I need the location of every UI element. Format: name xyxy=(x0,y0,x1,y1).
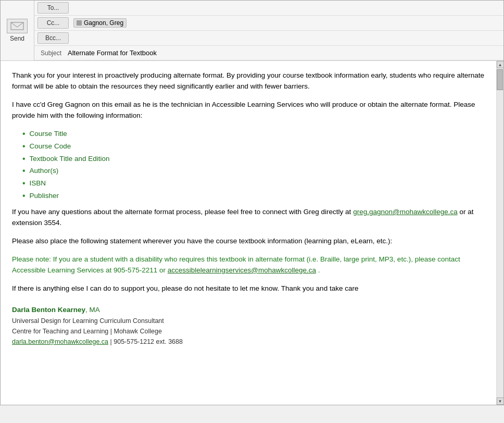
bullet-icon-4: • xyxy=(22,166,26,177)
email-header: Send To... Cc... Gagnon, Greg Bcc... xyxy=(1,1,503,61)
fields-area: To... Cc... Gagnon, Greg Bcc... Subject xyxy=(34,1,503,60)
list-item: • Author(s) xyxy=(22,166,485,177)
bullet-icon-1: • xyxy=(22,129,26,140)
para2-intro: I have cc'd Greg Gagnon on this email as… xyxy=(12,101,475,119)
greg-email-link[interactable]: greg.gagnon@mohawkcollege.ca xyxy=(353,208,458,216)
list-item: • ISBN xyxy=(22,178,485,189)
sig-email-link[interactable]: darla.benton@mohawkcollege.ca xyxy=(12,338,108,345)
send-icon xyxy=(7,19,28,33)
scroll-thumb[interactable] xyxy=(497,69,503,90)
para3-text: If you have any questions about the alte… xyxy=(12,208,351,216)
bullet-text-4: Author(s) xyxy=(30,166,59,177)
scrollbar: ▲ ▼ xyxy=(496,61,503,405)
to-input[interactable] xyxy=(72,2,503,14)
sig-title: Universal Design for Learning Curriculum… xyxy=(12,316,485,326)
bcc-button[interactable]: Bcc... xyxy=(37,32,69,44)
cc-chip[interactable]: Gagnon, Greg xyxy=(73,18,127,28)
paragraph-5: If there is anything else I can do to su… xyxy=(12,283,485,294)
cc-chip-label: Gagnon, Greg xyxy=(84,19,123,27)
scroll-down-arrow[interactable]: ▼ xyxy=(497,397,504,405)
bullet-text-3: Textbook Title and Edition xyxy=(30,154,110,165)
green-notice-end: . xyxy=(318,266,320,274)
paragraph-4: Please also place the following statemen… xyxy=(12,236,485,247)
send-button-area[interactable]: Send xyxy=(1,1,34,60)
paragraph-3: If you have any questions about the alte… xyxy=(12,207,485,229)
paragraph-2: I have cc'd Greg Gagnon on this email as… xyxy=(12,99,485,121)
sig-name-bold: Darla Benton Kearney xyxy=(12,306,85,314)
scroll-up-arrow[interactable]: ▲ xyxy=(497,61,504,68)
subject-input[interactable] xyxy=(66,47,503,59)
sig-phone: | 905-575-1212 ext. 3688 xyxy=(108,338,183,345)
bcc-row: Bcc... xyxy=(34,31,503,46)
bullet-icon-3: • xyxy=(22,154,26,165)
cc-chip-icon xyxy=(77,20,82,26)
bullet-icon-6: • xyxy=(22,191,26,202)
to-button[interactable]: To... xyxy=(37,2,69,14)
subject-label: Subject xyxy=(34,48,66,58)
sig-name-rest: , MA xyxy=(85,306,100,314)
paragraph-1: Thank you for your interest in proactive… xyxy=(12,70,485,92)
signature: Darla Benton Kearney, MA Universal Desig… xyxy=(12,305,485,347)
bullet-text-2: Course Code xyxy=(30,141,71,152)
als-email-link[interactable]: accessiblelearningservices@mohawkcollege… xyxy=(168,266,316,274)
bullet-list: • Course Title • Course Code • Textbook … xyxy=(22,129,485,202)
bullet-text-1: Course Title xyxy=(30,129,67,140)
cc-row: Cc... Gagnon, Greg xyxy=(34,16,503,31)
sig-org: Centre for Teaching and Learning | Mohaw… xyxy=(12,326,485,337)
email-window: Send To... Cc... Gagnon, Greg Bcc... xyxy=(0,0,504,405)
scroll-track[interactable] xyxy=(497,68,503,397)
green-notice: Please note: If you are a student with a… xyxy=(12,254,485,276)
cc-button[interactable]: Cc... xyxy=(37,17,69,29)
bcc-input[interactable] xyxy=(72,32,503,44)
bullet-icon-5: • xyxy=(22,178,26,189)
send-label: Send xyxy=(10,35,24,42)
list-item: • Course Title xyxy=(22,129,485,140)
list-item: • Textbook Title and Edition xyxy=(22,154,485,165)
email-body: Thank you for your interest in proactive… xyxy=(1,61,496,405)
subject-row: Subject xyxy=(34,46,503,60)
sig-name-line: Darla Benton Kearney, MA xyxy=(12,305,485,316)
to-row: To... xyxy=(34,1,503,16)
list-item: • Course Code xyxy=(22,141,485,152)
bullet-text-5: ISBN xyxy=(30,178,46,189)
sig-contact: darla.benton@mohawkcollege.ca | 905-575-… xyxy=(12,337,485,347)
email-body-container: Thank you for your interest in proactive… xyxy=(1,61,503,405)
bullet-icon-2: • xyxy=(22,141,26,152)
bullet-text-6: Publisher xyxy=(30,191,59,202)
list-item: • Publisher xyxy=(22,191,485,202)
